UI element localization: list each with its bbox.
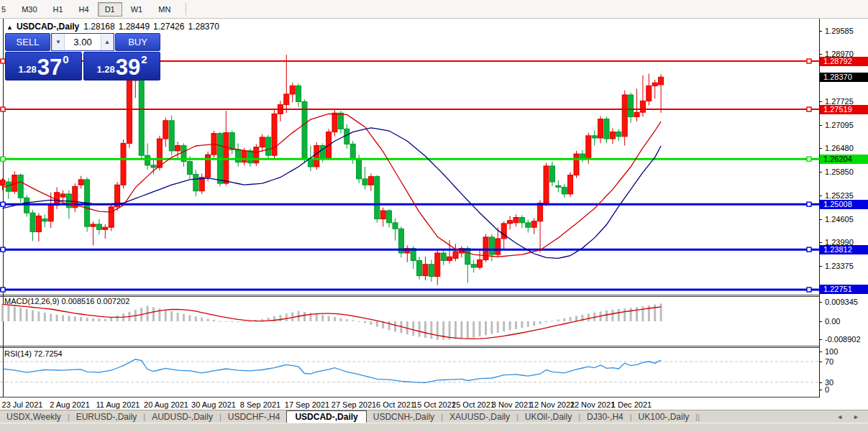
rsi-tick-mark: [819, 382, 822, 383]
scroll-right-icon[interactable]: ►: [853, 413, 859, 420]
date-label: 3 Nov 2021: [492, 400, 532, 409]
line-anchor-marker[interactable]: [1, 247, 5, 252]
line-anchor-marker[interactable]: [1, 107, 5, 111]
buy-button[interactable]: BUY: [115, 33, 160, 51]
price-tick-label: 1.29585: [825, 27, 854, 35]
rsi-label: RSI(14) 72.7254: [4, 349, 63, 358]
ohlc-open: 1.28168: [83, 22, 114, 32]
sell-price-sup: 0: [63, 53, 68, 65]
date-axis[interactable]: 23 Jul 20212 Aug 202111 Aug 202120 Aug 2…: [0, 397, 820, 410]
line-anchor-marker[interactable]: [807, 202, 811, 206]
chart-symbol-label: USDCAD-,Daily: [17, 22, 79, 32]
price-tick-label: 1.23375: [825, 262, 854, 270]
rsi-tick-mark: [819, 390, 822, 390]
price-tick-mark: [819, 125, 822, 126]
current-price-badge: 1.28370: [820, 73, 868, 82]
price-tick-mark: [819, 266, 822, 267]
rsi-tick-label: 100: [825, 347, 838, 356]
line-anchor-marker[interactable]: [1, 157, 5, 161]
tab-scroll-arrows: ◄►: [836, 413, 859, 420]
one-click-trade-panel: SELL ▼ 3.00 ▲ BUY 1.28370 1.28392: [5, 33, 160, 81]
price-tick-mark: [819, 31, 822, 32]
date-label: 27 Sep 2021: [332, 400, 376, 409]
rsi-tick-mark: [819, 362, 822, 362]
lot-size-value[interactable]: 3.00: [65, 34, 101, 50]
price-tick-mark: [819, 219, 822, 220]
mt4-window: 5M30H1H4D1W1MN ▲USDCAD-,Daily1.281681.28…: [0, 0, 868, 432]
line-anchor-marker[interactable]: [807, 157, 811, 161]
price-tick-label: 1.27095: [825, 121, 854, 129]
line-anchor-marker[interactable]: [807, 107, 811, 111]
lot-decrease-icon[interactable]: ▼: [52, 34, 65, 50]
chart-tab-usdx[interactable]: USDX,Weekly: [0, 411, 68, 423]
macd-tick-mark: [819, 302, 822, 303]
tab-separator: |: [698, 413, 700, 421]
macd-tick-label: -0.008902: [825, 335, 861, 344]
chart-tab-usdcnh[interactable]: USDCNH-,Daily: [367, 411, 441, 423]
macd-tick-label: 0.009345: [825, 298, 858, 306]
macd-label: MACD(12,26,9) 0.008516 0.007202: [4, 297, 129, 305]
rsi-tick-label: 70: [825, 357, 833, 366]
price-line-badge: 1.26204: [820, 155, 868, 164]
lot-size-spinner: ▼ 3.00 ▲: [51, 33, 114, 51]
date-label: 23 Jul 2021: [2, 400, 43, 409]
ohlc-close: 1.28370: [188, 22, 219, 32]
rsi-tick-label: 0: [825, 385, 829, 394]
macd-tick-label: 0.00: [825, 317, 840, 326]
date-label: 15 Oct 2021: [413, 400, 456, 409]
date-label: 1 Dec 2021: [611, 400, 652, 409]
line-anchor-marker[interactable]: [807, 288, 811, 292]
chart-tab-ukoil[interactable]: UKOil-,Daily: [518, 411, 578, 423]
buy-price-prefix: 1.28: [96, 64, 114, 75]
price-tick-label: 1.25850: [825, 167, 854, 176]
price-line-badge: 1.28792: [820, 57, 868, 66]
price-line-badge: 1.25008: [820, 200, 868, 209]
chart-tabs-bar: USDX,Weekly|EURUSD-,Daily|AUDUSD-,Daily|…: [0, 410, 868, 423]
chart-tab-uk100[interactable]: UK100-,Daily: [632, 411, 696, 423]
price-line-badge: 1.23812: [820, 245, 868, 254]
buy-price-box[interactable]: 1.28392: [83, 52, 160, 81]
price-axis[interactable]: 1.295851.289701.277251.270951.264801.258…: [820, 19, 868, 397]
ohlc-high: 1.28449: [119, 22, 150, 32]
date-label: 22 Nov 2021: [570, 400, 615, 409]
chart-tab-dj30[interactable]: DJ30-,H4: [580, 411, 630, 423]
sell-price-big: 37: [37, 57, 62, 78]
price-tick-label: 1.25235: [825, 191, 854, 200]
price-tick-mark: [819, 196, 822, 196]
date-label: 12 Nov 2021: [530, 400, 575, 409]
line-anchor-marker[interactable]: [1, 202, 5, 206]
price-tick-mark: [819, 172, 822, 173]
chart-tab-eurusd[interactable]: EURUSD-,Daily: [70, 411, 144, 423]
collapse-panel-icon[interactable]: ▲: [6, 24, 13, 31]
price-tick-mark: [819, 242, 822, 243]
date-label: 30 Aug 2021: [191, 400, 236, 409]
price-tick-label: 1.26480: [825, 144, 854, 152]
chart-ohlc-readout: ▲USDCAD-,Daily1.281681.284491.274261.283…: [6, 22, 223, 32]
price-line-badge: 1.22751: [820, 285, 868, 294]
chart-tab-usdcad[interactable]: USDCAD-,Daily: [286, 410, 366, 423]
status-bar: [0, 423, 868, 432]
sell-price-prefix: 1.28: [18, 64, 36, 75]
buy-price-sup: 2: [141, 53, 147, 65]
buy-price-big: 39: [116, 57, 140, 78]
sell-button[interactable]: SELL: [5, 33, 50, 51]
macd-tick-mark: [819, 339, 822, 340]
lot-increase-icon[interactable]: ▲: [101, 34, 114, 50]
price-tick-mark: [819, 101, 822, 102]
chart-tab-audusd[interactable]: AUDUSD-,Daily: [145, 411, 219, 423]
line-anchor-marker[interactable]: [807, 59, 811, 63]
date-label: 2 Aug 2021: [50, 400, 90, 409]
chart-tab-usdchf[interactable]: USDCHF-,H4: [221, 411, 287, 423]
chart-tab-xauusd[interactable]: XAUUSD-,Daily: [443, 411, 516, 423]
date-label: 17 Sep 2021: [285, 400, 329, 409]
price-line-badge: 1.27519: [820, 105, 868, 114]
scroll-left-icon[interactable]: ◄: [836, 413, 843, 420]
line-anchor-marker[interactable]: [1, 288, 5, 292]
date-label: 8 Sep 2021: [240, 400, 280, 409]
price-tick-label: 1.24605: [825, 215, 854, 224]
line-anchor-marker[interactable]: [807, 247, 811, 252]
date-label: 6 Oct 2021: [376, 400, 415, 409]
price-tick-mark: [819, 148, 822, 149]
sell-price-box[interactable]: 1.28370: [5, 52, 82, 81]
ohlc-low: 1.27426: [153, 22, 184, 32]
